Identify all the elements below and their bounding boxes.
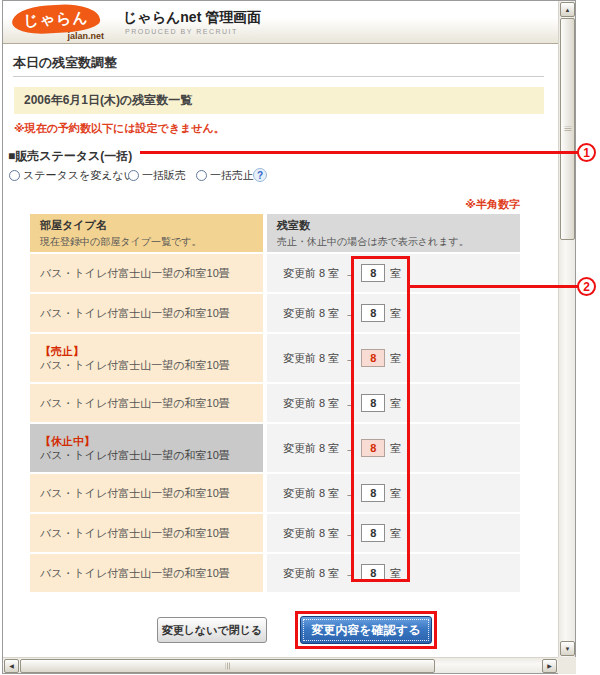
stopped-tag: 【売止】	[40, 344, 263, 358]
horizontal-scrollbar[interactable]: ◀ ▶	[3, 657, 558, 673]
before-count-label: 変更前 8 室	[283, 396, 339, 411]
room-type-name: バス・トイレ付富士山一望の和室10畳	[40, 396, 263, 410]
scroll-up-button[interactable]: ▲	[560, 2, 575, 17]
room-type-name: バス・トイレ付富士山一望の和室10畳	[40, 306, 263, 320]
table-row: バス・トイレ付富士山一望の和室10畳 変更前 8 室 → 室	[30, 384, 520, 422]
scroll-left-button[interactable]: ◀	[4, 659, 19, 673]
admin-window: じゃらん jalan.net じゃらんnet 管理画面 PRODUCED BY …	[2, 0, 576, 674]
close-without-change-button[interactable]: 変更しないで閉じる	[157, 617, 267, 643]
annotation-number-1: 1	[577, 143, 596, 162]
radio-option-bulk-sell[interactable]: 一括販売	[128, 168, 186, 183]
radio-label: 一括販売	[142, 168, 186, 183]
before-count-label: 変更前 8 室	[283, 486, 339, 501]
confirm-button-annotation-box: 変更内容を確認する	[295, 611, 437, 649]
warning-text: ※現在の予約数以下には設定できません。	[14, 121, 225, 136]
sales-status-label: ■販売ステータス(一括)	[8, 148, 132, 165]
confirm-changes-button[interactable]: 変更内容を確認する	[300, 616, 432, 644]
table-row-suspended: 【休止中】 バス・トイレ付富士山一望の和室10畳 変更前 8 室 → 室	[30, 424, 520, 472]
room-type-name: バス・トイレ付富士山一望の和室10畳	[40, 358, 263, 372]
vertical-scrollbar[interactable]: ▲ ▼	[558, 1, 575, 657]
annotation-line-2	[410, 285, 578, 288]
annotation-line-1	[140, 151, 578, 154]
room-type-name: バス・トイレ付富士山一望の和室10畳	[40, 448, 263, 462]
before-count-label: 変更前 8 室	[283, 526, 339, 541]
radio-option-keep-status[interactable]: ステータスを変えない	[9, 168, 135, 183]
radio-icon[interactable]	[196, 170, 207, 181]
room-type-header: 部屋タイプ名	[40, 218, 263, 233]
table-row: バス・トイレ付富士山一望の和室10畳 変更前 8 室 → 室	[30, 554, 520, 592]
horizontal-scrollbar-thumb[interactable]	[20, 659, 435, 673]
room-type-name: バス・トイレ付富士山一望の和室10畳	[40, 486, 263, 500]
scrollbar-corner	[558, 657, 576, 674]
scroll-right-button[interactable]: ▶	[542, 659, 557, 673]
sales-status-radio-group: ステータスを変えない 一括販売 一括売止 ?	[9, 168, 309, 184]
suspended-tag: 【休止中】	[40, 434, 263, 448]
jalan-logo: じゃらん jalan.net	[12, 5, 104, 39]
help-icon[interactable]: ?	[253, 168, 267, 182]
radio-label: ステータスを変えない	[23, 168, 135, 183]
scroll-down-button[interactable]: ▼	[560, 641, 575, 656]
room-type-header-cell: 部屋タイプ名 現在登録中の部屋タイプ一覧です。	[30, 214, 263, 252]
before-count-label: 変更前 8 室	[283, 351, 339, 366]
table-row: バス・トイレ付富士山一望の和室10畳 変更前 8 室 → 室	[30, 294, 520, 332]
annotation-rect-2	[351, 256, 410, 582]
app-subtitle: PRODUCED BY RECRUIT	[125, 28, 238, 35]
room-type-subtext: 現在登録中の部屋タイプ一覧です。	[40, 235, 263, 249]
radio-option-bulk-stop[interactable]: 一括売止	[196, 168, 254, 183]
before-count-label: 変更前 8 室	[283, 266, 339, 281]
before-count-label: 変更前 8 室	[283, 566, 339, 581]
room-type-name: バス・トイレ付富士山一望の和室10畳	[40, 526, 263, 540]
vertical-scrollbar-thumb[interactable]	[560, 18, 575, 240]
room-stock-table: 部屋タイプ名 現在登録中の部屋タイプ一覧です。 残室数 売止・休止中の場合は赤で…	[30, 214, 520, 594]
radio-icon[interactable]	[128, 170, 139, 181]
app-header: じゃらん jalan.net じゃらんnet 管理画面 PRODUCED BY …	[3, 1, 558, 44]
page-viewport: じゃらん jalan.net じゃらんnet 管理画面 PRODUCED BY …	[3, 1, 558, 657]
divider	[13, 76, 544, 77]
before-count-label: 変更前 8 室	[283, 441, 339, 456]
table-row-stopped: 【売止】 バス・トイレ付富士山一望の和室10畳 変更前 8 室 → 室	[30, 334, 520, 382]
room-type-name: バス・トイレ付富士山一望の和室10畳	[40, 266, 263, 280]
table-header-row: 部屋タイプ名 現在登録中の部屋タイプ一覧です。 残室数 売止・休止中の場合は赤で…	[30, 214, 520, 252]
logo-domain-text: jalan.net	[67, 31, 104, 41]
table-row: バス・トイレ付富士山一望の和室10畳 変更前 8 室 → 室	[30, 474, 520, 512]
stock-header-cell: 残室数 売止・休止中の場合は赤で表示されます。	[267, 214, 520, 252]
page-title: 本日の残室数調整	[13, 54, 117, 72]
half-width-number-note: ※半角数字	[403, 197, 520, 212]
before-count-label: 変更前 8 室	[283, 306, 339, 321]
room-type-name: バス・トイレ付富士山一望の和室10畳	[40, 566, 263, 580]
table-row: バス・トイレ付富士山一望の和室10畳 変更前 8 室 → 室	[30, 514, 520, 552]
stock-subtext: 売止・休止中の場合は赤で表示されます。	[277, 235, 469, 249]
app-title: じゃらんnet 管理画面	[123, 9, 261, 27]
radio-label: 一括売止	[210, 168, 254, 183]
annotation-number-2: 2	[577, 277, 596, 296]
radio-icon[interactable]	[9, 170, 20, 181]
logo-text: じゃらん	[23, 8, 89, 30]
stock-header: 残室数	[277, 218, 310, 233]
date-section-header: 2006年6月1日(木)の残室数一覧	[14, 87, 544, 114]
